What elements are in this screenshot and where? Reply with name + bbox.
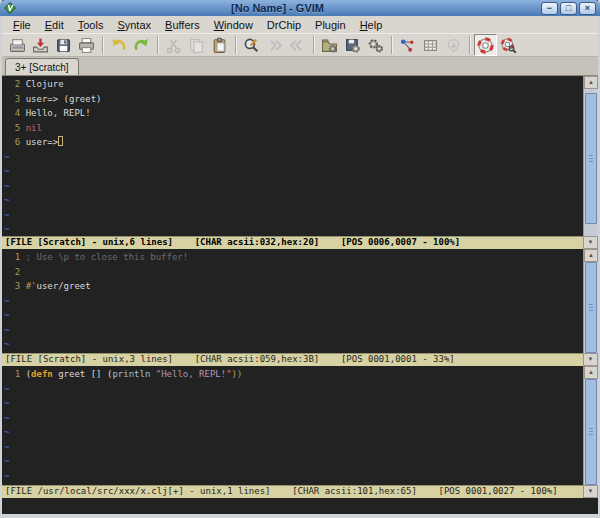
make-icon xyxy=(399,37,416,54)
load-session-icon xyxy=(321,37,338,54)
undo-button[interactable] xyxy=(107,34,130,56)
code-segment: nil xyxy=(26,123,42,133)
toolbar-separator xyxy=(157,36,158,54)
tilde-marker: ~ xyxy=(4,210,9,220)
statusline-row-1: [FILE [Scratch] - unix,6 lines] [CHAR ac… xyxy=(2,236,598,249)
save-session-button[interactable] xyxy=(341,34,364,56)
scrollbar-thumb[interactable] xyxy=(585,262,597,353)
menu-tools[interactable]: Tools xyxy=(71,18,111,32)
scrollbar-pane-2[interactable]: ▲ xyxy=(583,249,598,353)
scrollbar-thumb[interactable] xyxy=(585,379,597,485)
save-button[interactable] xyxy=(29,34,52,56)
code-segment: user/greet xyxy=(37,281,91,291)
scrollbar-thumb[interactable] xyxy=(585,93,597,224)
menu-buffers[interactable]: Buffers xyxy=(158,18,207,32)
close-button[interactable]: × xyxy=(579,2,596,15)
make-button[interactable] xyxy=(396,34,419,56)
toolbar-separator xyxy=(391,36,392,54)
scrollbar-pane-1[interactable]: ▲ xyxy=(583,76,598,236)
run-script-icon xyxy=(367,37,384,54)
editor-pane-3[interactable]: 1(defn greet [] (println "Hello, REPL!")… xyxy=(2,366,583,485)
scrollbar-down-icon[interactable]: ▼ xyxy=(583,485,598,498)
buffer-line: 3user=> (greet) xyxy=(4,92,583,107)
line-number: 2 xyxy=(4,77,20,92)
editor-pane-2[interactable]: 1; Use \p to close this buffer!23#'user/… xyxy=(2,249,583,353)
scrollbar-pane-3[interactable]: ▲ xyxy=(583,366,598,485)
find-button[interactable] xyxy=(240,34,263,56)
empty-line: ~ xyxy=(4,222,583,236)
empty-line: ~ xyxy=(4,411,583,426)
buffer-line: 3#'user/greet xyxy=(4,279,583,294)
statusline-1[interactable]: [FILE [Scratch] - unix,6 lines] [CHAR ac… xyxy=(2,236,583,249)
menu-mnemonic: W xyxy=(214,19,224,31)
scrollbar-track[interactable] xyxy=(584,262,598,353)
text-cursor xyxy=(58,136,63,146)
empty-line: ~ xyxy=(4,396,583,411)
pane-row-1: 2Clojure3user=> (greet)4Hello, REPL!5nil… xyxy=(2,76,598,236)
cut-icon xyxy=(165,37,182,54)
empty-line: ~ xyxy=(4,469,583,484)
menu-window[interactable]: Window xyxy=(207,18,260,32)
empty-line: ~ xyxy=(4,308,583,323)
find-help-button[interactable] xyxy=(497,34,520,56)
menu-mnemonic: F xyxy=(13,19,20,31)
scrollbar-track[interactable] xyxy=(584,89,598,236)
paste-icon xyxy=(211,37,228,54)
print-button[interactable] xyxy=(75,34,98,56)
tilde-marker: ~ xyxy=(4,427,9,437)
save-session-icon xyxy=(344,37,361,54)
paste-button[interactable] xyxy=(208,34,231,56)
command-line[interactable] xyxy=(2,498,598,514)
empty-line: ~ xyxy=(4,382,583,397)
tilde-marker: ~ xyxy=(4,413,9,423)
tab-scratch[interactable]: 3+ [Scratch] xyxy=(5,58,79,75)
scrollbar-track[interactable] xyxy=(584,379,598,485)
empty-line: ~ xyxy=(4,208,583,223)
vim-help-button[interactable] xyxy=(474,34,497,56)
code-segment: user=> (greet) xyxy=(26,94,102,104)
cut-button xyxy=(162,34,185,56)
empty-line: ~ xyxy=(4,164,583,179)
tilde-marker: ~ xyxy=(4,152,9,162)
run-script-button[interactable] xyxy=(364,34,387,56)
empty-line: ~ xyxy=(4,150,583,165)
scrollbar-up-icon[interactable]: ▲ xyxy=(584,249,598,262)
redo-button[interactable] xyxy=(130,34,153,56)
editor-pane-1[interactable]: 2Clojure3user=> (greet)4Hello, REPL!5nil… xyxy=(2,76,583,236)
minimize-button[interactable]: − xyxy=(541,2,558,15)
code-segment: #' xyxy=(26,281,37,291)
open-button[interactable] xyxy=(6,34,29,56)
tilde-marker: ~ xyxy=(4,339,9,349)
menu-edit[interactable]: Edit xyxy=(38,18,71,32)
empty-line: ~ xyxy=(4,440,583,455)
tilde-marker: ~ xyxy=(4,224,9,234)
statusline-2[interactable]: [FILE [Scratch] - unix,3 lines] [CHAR ac… xyxy=(2,353,583,366)
code-segment: "Hello, REPL!" xyxy=(156,369,232,379)
menu-help[interactable]: Help xyxy=(353,18,390,32)
buffer-line: 2 xyxy=(4,265,583,280)
load-session-button[interactable] xyxy=(318,34,341,56)
tilde-marker: ~ xyxy=(4,310,9,320)
build-tags-button[interactable] xyxy=(419,34,442,56)
save-all-button[interactable] xyxy=(52,34,75,56)
menu-file[interactable]: File xyxy=(6,18,38,32)
scrollbar-up-icon[interactable]: ▲ xyxy=(584,366,598,379)
menu-plugin[interactable]: Plugin xyxy=(308,18,353,32)
maximize-button[interactable]: □ xyxy=(560,2,577,15)
empty-line: ~ xyxy=(4,337,583,352)
menu-syntax[interactable]: Syntax xyxy=(110,18,158,32)
toolbar xyxy=(2,33,598,57)
tilde-marker: ~ xyxy=(4,325,9,335)
menu-drchip[interactable]: DrChip xyxy=(260,18,308,32)
scrollbar-down-icon[interactable]: ▼ xyxy=(583,236,598,249)
pane-row-2: 1; Use \p to close this buffer!23#'user/… xyxy=(2,249,598,353)
find-prev-button xyxy=(286,34,309,56)
copy-button xyxy=(185,34,208,56)
code-segment: user=> xyxy=(26,137,59,147)
scrollbar-up-icon[interactable]: ▲ xyxy=(584,76,598,89)
scrollbar-down-icon[interactable]: ▼ xyxy=(583,353,598,366)
menu-mnemonic: H xyxy=(360,19,368,31)
tilde-marker: ~ xyxy=(4,384,9,394)
statusline-3[interactable]: [FILE /usr/local/src/xxx/x.clj[+] - unix… xyxy=(2,485,583,498)
redo-icon xyxy=(133,37,150,54)
